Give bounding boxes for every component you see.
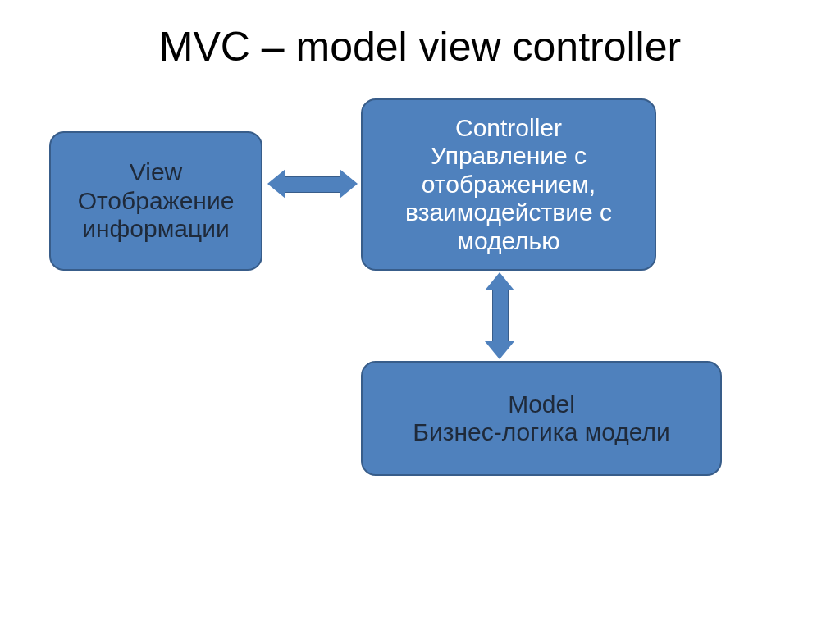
controller-node: Controller Управление с отображением, вз…: [361, 98, 656, 271]
double-arrow-icon: [492, 290, 509, 341]
controller-node-subtitle: Управление с отображением, взаимодействи…: [371, 142, 646, 255]
slide-title: MVC – model view controller: [0, 23, 840, 71]
view-node-title: View: [130, 158, 182, 187]
model-node-subtitle: Бизнес-логика модели: [413, 418, 670, 447]
controller-node-title: Controller: [455, 114, 562, 143]
double-arrow-icon: [285, 176, 340, 193]
view-node-subtitle: Отображение информации: [59, 187, 253, 244]
view-node: View Отображение информации: [49, 131, 262, 271]
model-node-title: Model: [508, 390, 575, 419]
slide: MVC – model view controller View Отображ…: [0, 0, 840, 630]
model-node: Model Бизнес-логика модели: [361, 361, 722, 476]
